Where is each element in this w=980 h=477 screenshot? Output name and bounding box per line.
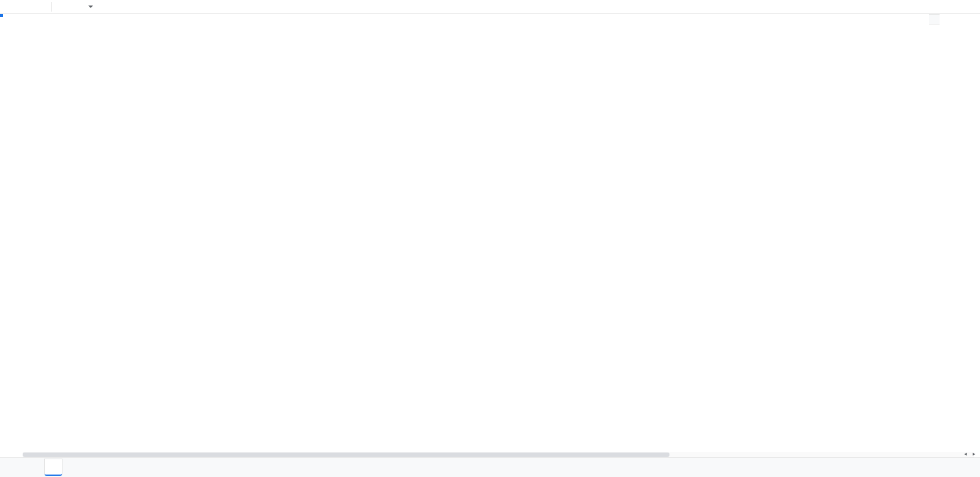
fill-handle[interactable]: [0, 14, 3, 17]
sheet-tab-active[interactable]: [44, 459, 62, 476]
separator: [51, 2, 52, 12]
scroll-thumb[interactable]: [23, 453, 669, 457]
formula-input[interactable]: [59, 0, 976, 13]
all-sheets-button[interactable]: [24, 459, 43, 476]
formula-bar-row: [0, 0, 980, 14]
add-sheet-button[interactable]: [5, 459, 23, 476]
scroll-left-button[interactable]: ◂: [962, 450, 969, 457]
sheet-tab-bar: [0, 457, 980, 477]
scroll-track: [23, 452, 974, 457]
grid-region: ◂ ▸: [0, 14, 980, 457]
scroll-right-button[interactable]: ▸: [970, 450, 978, 457]
active-cell-outline: [0, 14, 2, 17]
horizontal-scrollbar[interactable]: [23, 452, 974, 457]
columns-hidden-indicator[interactable]: [929, 14, 940, 24]
name-box-wrap: [0, 0, 49, 13]
